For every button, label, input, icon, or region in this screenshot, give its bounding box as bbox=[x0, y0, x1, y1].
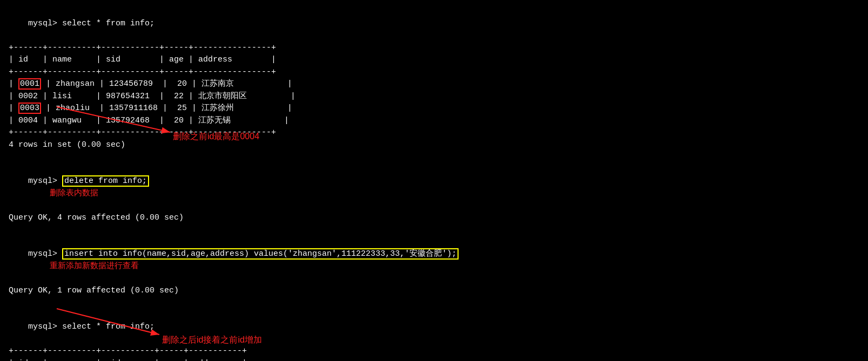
table1-header: | id | name | sid | age | address | bbox=[9, 54, 859, 66]
query2-line: mysql> select * from info; bbox=[9, 309, 859, 346]
prompt1: mysql> bbox=[28, 19, 62, 28]
prompt2: mysql> bbox=[28, 176, 62, 186]
insert-cmd-highlight: insert into info(name,sid,age,address) v… bbox=[62, 248, 459, 260]
insert-annotation: 重新添加新数据进行查看 bbox=[50, 262, 139, 271]
prompt3: mysql> bbox=[28, 249, 62, 258]
query1-line: mysql> select * from info; bbox=[9, 5, 859, 42]
id-0003-highlight: 0003 bbox=[18, 103, 41, 114]
table1-sep3: +------+----------+------------+-----+--… bbox=[9, 127, 859, 139]
delete-line: mysql> delete from info; 删除表内数据 bbox=[9, 164, 859, 212]
insert-line: mysql> insert into info(name,sid,age,add… bbox=[9, 236, 859, 285]
table1-row1: | 0001 | zhangsan | 123456789 | 20 | 江苏南… bbox=[9, 78, 859, 91]
delete-result-line: Query OK, 4 rows affected (0.00 sec) bbox=[9, 212, 859, 224]
blank1 bbox=[9, 151, 859, 164]
prompt4: mysql> bbox=[28, 322, 62, 331]
delete-annotation: 删除表内数据 bbox=[50, 189, 98, 198]
table1-row4: | 0004 | wangwu | 135792468 | 20 | 江苏无锡 … bbox=[9, 115, 859, 127]
table1-sep2: +------+----------+------------+-----+--… bbox=[9, 66, 859, 79]
delete-cmd-highlight: delete from info; bbox=[62, 175, 149, 187]
table1-sep1: +------+----------+------------+-----+--… bbox=[9, 42, 859, 55]
table1-row3: | 0003 | zhaoliu | 1357911168 | 25 | 江苏徐… bbox=[9, 103, 859, 115]
insert-result-line: Query OK, 1 row affected (0.00 sec) bbox=[9, 285, 859, 297]
id-0001-highlight: 0001 bbox=[18, 78, 41, 90]
table2-sep1: +------+----------+-----------+-----+---… bbox=[9, 345, 859, 358]
blank2 bbox=[9, 224, 859, 236]
table2-header: | id | name | sid | age | address | bbox=[9, 358, 859, 362]
result1-line: 4 rows in set (0.00 sec) bbox=[9, 139, 859, 152]
table1-row2: | 0002 | lisi | 987654321 | 22 | 北京市朝阳区 … bbox=[9, 91, 859, 103]
blank3 bbox=[9, 297, 859, 309]
terminal-output: mysql> select * from info; +------+-----… bbox=[9, 5, 859, 361]
